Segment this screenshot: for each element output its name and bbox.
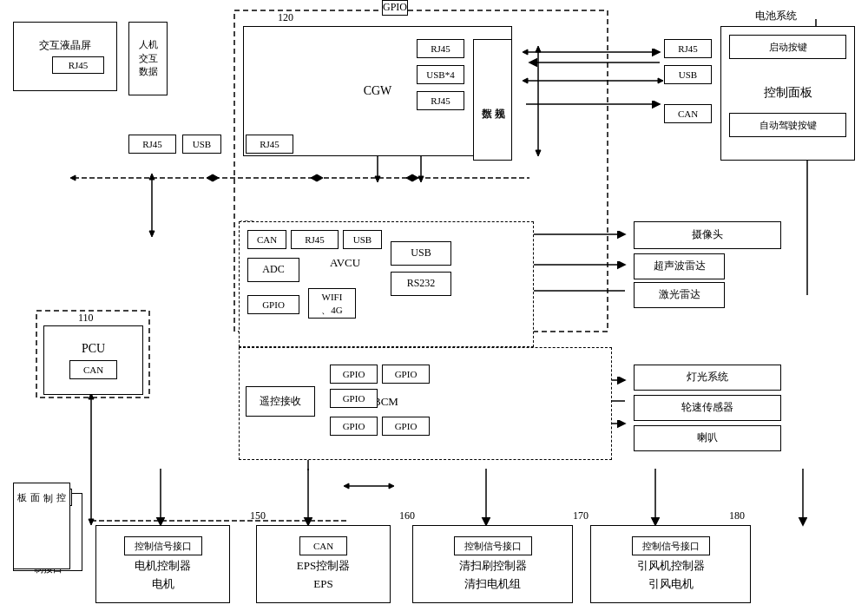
gpio-bcm-4: GPIO: [382, 0, 408, 16]
gpio-bcm-6: GPIO: [382, 417, 430, 436]
fan-ctrl-label: 引风机控制器: [632, 559, 710, 574]
eps-ctrl-box: CAN EPS控制器 EPS: [256, 525, 391, 603]
fan-ctrl-box: 控制信号接口 引风机控制器 引风电机: [590, 525, 751, 603]
camera-box: 摄像头: [634, 221, 781, 249]
motor-label: 电机: [124, 577, 202, 592]
can-ctrl: CAN: [664, 104, 712, 123]
svg-marker-21: [523, 78, 528, 83]
svg-marker-22: [658, 78, 663, 83]
svg-marker-19: [523, 49, 528, 55]
svg-marker-30: [375, 176, 380, 182]
can-avcu: CAN: [247, 230, 286, 249]
wheel-speed-box: 轮速传感器: [634, 395, 781, 421]
svg-marker-33: [418, 176, 424, 182]
gpio-bcm-1: GPIO: [330, 365, 378, 384]
hmi-data-label: 人机交互数据: [128, 22, 168, 95]
gpio-avcu-left: GPIO: [247, 295, 299, 314]
usb-avcu: USB: [343, 230, 382, 249]
pcu-label: PCU: [69, 341, 117, 357]
interactive-screen-label: 交互液晶屏: [39, 39, 91, 53]
gpio-bcm-2: GPIO: [382, 365, 430, 384]
horn-box: 喇叭: [634, 425, 781, 451]
usb4-cgw: USB*4: [417, 65, 464, 84]
usb-avcu-mid: USB: [391, 241, 451, 266]
svg-text:160: 160: [399, 509, 415, 522]
svg-marker-66: [389, 483, 394, 489]
eps-label: EPS: [297, 577, 350, 592]
avcu-label: AVCU: [330, 256, 360, 270]
eps-ctrl-label: EPS控制器: [297, 559, 350, 574]
svg-marker-55: [89, 519, 94, 525]
svg-text:180: 180: [729, 509, 745, 522]
svg-marker-65: [344, 483, 349, 489]
svg-text:110: 110: [78, 312, 94, 324]
motor-ctrl-box: 控制信号接口 电机控制器 电机: [95, 525, 230, 603]
interactive-screen-box: 交互液晶屏 RJ45: [13, 22, 117, 91]
rs232-avcu: RS232: [391, 272, 451, 296]
svg-text:170: 170: [573, 509, 589, 522]
sweep-ctrl-label: 清扫刷控制器: [454, 559, 532, 574]
gpio-bcm-3: GPIO: [330, 389, 378, 408]
svg-marker-36: [149, 231, 155, 237]
rj45-avcu: RJ45: [291, 230, 339, 249]
svg-marker-26: [207, 174, 219, 181]
motor-ctrl-label: 电机控制器: [124, 559, 202, 574]
rj45-hmi: RJ45: [128, 135, 176, 154]
svg-marker-28: [406, 174, 418, 181]
remote-receive-box: 遥控接收: [246, 386, 315, 417]
svg-text:电池系统: 电池系统: [755, 10, 797, 22]
rj45-cgw-1: RJ45: [417, 39, 464, 58]
svg-text:150: 150: [250, 509, 266, 522]
fan-motor-label: 引风电机: [632, 577, 710, 592]
usb-ctrl: USB: [664, 65, 712, 84]
lidar-box: 激光雷达: [634, 282, 725, 308]
cgw-label: CGW: [364, 83, 392, 99]
diagram: 120 110 130 140 150 160 170 180 电池系统: [0, 0, 868, 611]
rj45-label-screen: RJ45: [69, 59, 89, 71]
rj45-cgw-left: RJ45: [246, 135, 293, 154]
start-button-box: 启动按键: [729, 35, 846, 59]
auto-drive-button-box: 自动驾驶按键: [729, 113, 846, 137]
svg-marker-71: [536, 46, 541, 52]
pcu-box: PCU CAN: [43, 325, 143, 395]
ultrasonic-radar-box: 超声波雷达: [634, 253, 725, 279]
usb-hmi: USB: [182, 135, 221, 154]
sweep-motor-label: 清扫电机组: [454, 577, 532, 592]
svg-marker-70: [536, 150, 541, 156]
svg-marker-37: [149, 174, 155, 180]
svg-text:120: 120: [278, 11, 293, 23]
wifi-4g-box: WIFI、4G: [308, 288, 356, 319]
sweep-ctrl-box: 控制信号接口 清扫刷控制器 清扫电机组: [412, 525, 573, 603]
rj45-cgw-2: RJ45: [417, 91, 464, 110]
video-data-box: 视频数据: [473, 39, 512, 161]
light-system-box: 灯光系统: [634, 365, 781, 391]
ctrl-panel-label-left: 控制面板: [13, 483, 70, 569]
gpio-bcm-5: GPIO: [330, 417, 378, 436]
svg-marker-25: [70, 175, 76, 181]
control-panel-label: 控制面板: [764, 85, 812, 101]
svg-marker-27: [311, 174, 323, 181]
rj45-ctrl-1: RJ45: [664, 39, 712, 58]
adc-box: ADC: [247, 258, 299, 282]
